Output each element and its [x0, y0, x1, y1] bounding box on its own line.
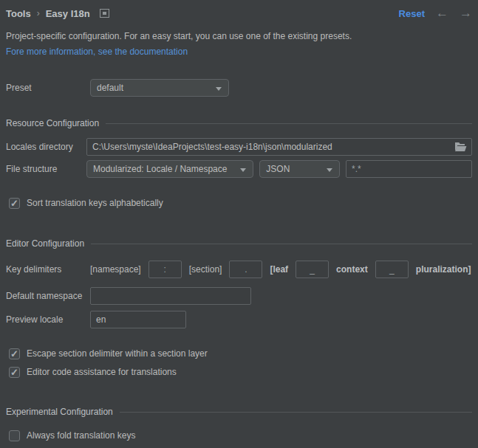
- section-divider: [106, 123, 472, 124]
- documentation-link[interactable]: Fore more information, see the documenta…: [6, 46, 188, 57]
- locales-directory-label: Locales directory: [6, 142, 86, 152]
- file-structure-dropdown[interactable]: Modularized: Locale / Namespace: [86, 160, 253, 178]
- breadcrumb: Tools › Easy I18n: [6, 8, 109, 19]
- header-actions: Reset ← →: [399, 8, 472, 19]
- namespace-delimiter-label: [namespace]: [90, 264, 141, 275]
- locales-directory-field-wrap: [86, 138, 472, 156]
- code-assistance-checkbox[interactable]: [9, 367, 20, 378]
- sort-keys-checkbox[interactable]: [9, 198, 20, 209]
- forward-arrow-icon[interactable]: →: [460, 8, 472, 18]
- key-delimiters-row: Key delimiters [namespace] [section] [le…: [6, 261, 472, 278]
- back-arrow-icon[interactable]: ←: [436, 8, 448, 18]
- easy-i18n-settings-page: Tools › Easy I18n Reset ← → Project-spec…: [0, 7, 478, 441]
- browse-folder-icon[interactable]: [454, 142, 467, 151]
- editor-configuration-section: Editor Configuration: [6, 238, 472, 249]
- file-structure-row: File structure Modularized: Locale / Nam…: [6, 160, 472, 178]
- leaf-delimiter-label: [leaf: [270, 264, 288, 275]
- description-text: Project-specific configuration. For an e…: [6, 31, 472, 41]
- key-delimiters-label: Key delimiters: [6, 264, 90, 275]
- preset-dropdown-value: default: [97, 83, 123, 93]
- always-fold-checkbox[interactable]: [9, 430, 20, 441]
- chevron-down-icon: [240, 168, 246, 172]
- file-pattern-input[interactable]: [346, 160, 472, 178]
- preview-locale-input[interactable]: [90, 311, 186, 328]
- always-fold-row: Always fold translation keys: [6, 430, 472, 441]
- sort-keys-label: Sort translation keys alphabetically: [27, 198, 163, 208]
- locales-directory-input[interactable]: [86, 138, 472, 156]
- context-delimiter-input[interactable]: [375, 261, 409, 278]
- section-delimiter-label: [section]: [189, 264, 222, 275]
- context-delimiter-label: context: [336, 264, 368, 275]
- section-divider: [91, 244, 472, 244]
- chevron-down-icon: [216, 87, 222, 91]
- locales-directory-row: Locales directory: [6, 138, 472, 156]
- key-delimiters-controls: [namespace] [section] [leaf context plur…: [90, 261, 471, 278]
- breadcrumb-tools[interactable]: Tools: [6, 8, 31, 19]
- preset-row: Preset default: [6, 79, 472, 97]
- editor-configuration-title: Editor Configuration: [6, 238, 84, 249]
- resource-configuration-section: Resource Configuration: [6, 118, 472, 128]
- breadcrumb-easy-i18n: Easy I18n: [46, 8, 90, 19]
- chevron-down-icon: [327, 168, 332, 172]
- file-structure-dropdown-value: Modularized: Locale / Namespace: [93, 164, 227, 174]
- resource-configuration-title: Resource Configuration: [6, 118, 99, 128]
- experimental-configuration-title: Experimental Configuration: [6, 407, 113, 417]
- escape-section-row: Escape section delimiter within a sectio…: [6, 348, 472, 359]
- section-delimiter-input[interactable]: [229, 261, 262, 278]
- locate-in-tree-icon[interactable]: [100, 9, 109, 18]
- section-divider: [120, 412, 472, 413]
- code-assistance-row: Editor code assistance for translations: [6, 366, 472, 378]
- file-structure-label: File structure: [6, 164, 86, 174]
- preset-dropdown[interactable]: default: [90, 79, 229, 97]
- leaf-delimiter-input[interactable]: [296, 261, 329, 278]
- code-assistance-label: Editor code assistance for translations: [27, 367, 177, 377]
- sort-keys-row: Sort translation keys alphabetically: [6, 197, 472, 209]
- breadcrumb-separator-icon: ›: [37, 8, 40, 18]
- preset-label: Preset: [6, 83, 90, 93]
- default-namespace-input[interactable]: [90, 287, 251, 305]
- preview-locale-row: Preview locale: [6, 311, 472, 328]
- escape-section-checkbox[interactable]: [9, 348, 20, 359]
- file-format-dropdown[interactable]: JSON: [259, 160, 340, 178]
- escape-section-label: Escape section delimiter within a sectio…: [27, 348, 208, 359]
- preview-locale-label: Preview locale: [6, 314, 90, 325]
- default-namespace-label: Default namespace: [6, 291, 90, 301]
- default-namespace-row: Default namespace: [6, 287, 472, 305]
- file-format-dropdown-value: JSON: [266, 164, 290, 174]
- pluralization-delimiter-label: pluralization]: [416, 264, 471, 275]
- settings-header: Tools › Easy I18n Reset ← →: [6, 7, 472, 20]
- reset-button[interactable]: Reset: [399, 8, 425, 19]
- namespace-delimiter-input[interactable]: [148, 261, 182, 278]
- always-fold-label: Always fold translation keys: [27, 430, 135, 441]
- experimental-configuration-section: Experimental Configuration: [6, 407, 472, 417]
